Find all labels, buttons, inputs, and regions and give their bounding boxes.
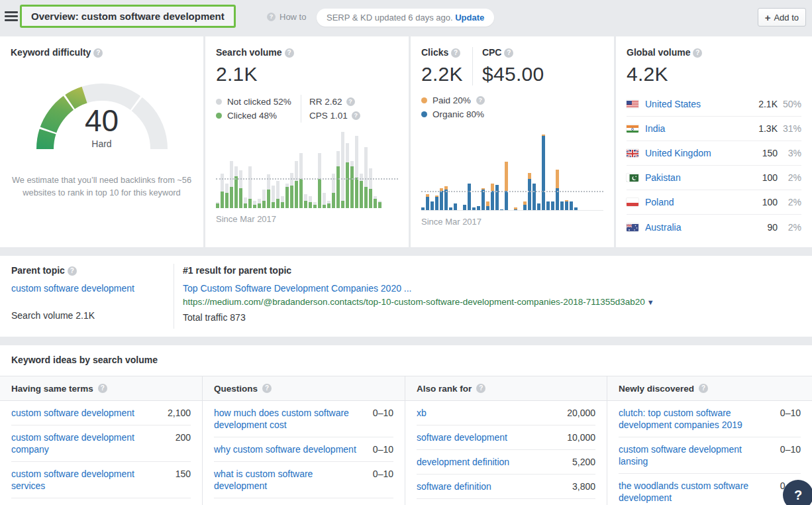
country-row[interactable]: United Kingdom 150 3% [627,141,801,166]
keyword-row: custom software development company 200 [11,425,191,462]
country-row[interactable]: Pakistan 100 2% [627,166,801,190]
chart-bar [327,201,330,209]
country-link[interactable]: India [645,123,748,134]
help-icon[interactable]: ? [68,266,77,276]
parent-topic-keyword-link[interactable]: custom software development [11,283,134,294]
help-icon[interactable]: ? [451,48,460,58]
keyword-link[interactable]: xb [417,407,567,419]
help-icon[interactable]: ? [699,384,708,393]
top-result-title-link[interactable]: Top Custom Software Development Companie… [183,283,412,294]
help-icon[interactable]: ? [98,384,107,393]
chart-bar [313,202,317,208]
chart-bar [295,161,298,208]
flag-gb-icon [627,149,638,157]
chart-bar [551,201,554,211]
chart-baseline [421,210,603,211]
chart-bar [565,200,568,211]
column-header: Also rank for ? [405,376,607,401]
help-icon[interactable]: ? [476,96,485,105]
country-link[interactable]: United States [645,99,748,109]
keyword-link[interactable]: clutch: top custom software development … [619,407,780,431]
chart-bar [431,201,434,211]
keyword-link[interactable]: custom software development company [11,431,176,455]
help-icon[interactable]: ? [476,384,485,393]
keyword-link[interactable]: software definition [417,480,572,492]
add-to-button[interactable]: + Add to [758,8,806,27]
help-icon[interactable]: ? [285,48,294,58]
flag-in-icon [627,125,638,133]
country-link[interactable]: Australia [645,222,748,233]
chart-caption: Since Mar 2017 [216,214,398,224]
keyword-row: software development 10,000 [417,425,595,450]
country-link[interactable]: United Kingdom [645,148,748,158]
chart-bar [570,201,573,211]
country-row[interactable]: India 1.3K 31% [627,117,801,141]
difficulty-description: We estimate that you’ll need backlinks f… [12,174,192,199]
help-icon[interactable]: ? [346,97,355,106]
chevron-down-icon[interactable]: ▼ [647,298,654,306]
chart-bar [299,153,303,208]
keyword-link[interactable]: custom software development [11,407,168,419]
help-button[interactable]: ? [783,480,812,505]
keyword-link[interactable]: custom software development services [11,468,176,492]
keyword-link[interactable]: development definition [417,456,572,468]
country-link[interactable]: Poland [645,197,748,207]
country-row[interactable]: United States 2.1K 50% [627,92,801,117]
chart-bar [486,201,489,211]
keyword-row: development definition 5,200 [417,450,595,475]
not-clicked-dot-icon [216,99,222,105]
chart-bar [276,181,279,208]
chart-bar [491,184,494,211]
keyword-row: xb 20,000 [417,401,595,425]
page-title: Overview: custom software development [20,5,236,28]
keyword-row: the woodlands custom software developmen… [619,474,801,505]
chart-bar [533,184,536,211]
difficulty-gauge: 40 Hard [29,75,175,156]
parent-topic-title: Parent topic [11,265,65,276]
how-to-link[interactable]: ? How to [267,12,306,22]
hamburger-menu-icon[interactable] [5,11,18,22]
chart-bar [285,184,289,208]
country-row[interactable]: Australia 90 2% [627,215,801,239]
flag-pl-icon [627,198,638,206]
chart-bar [426,194,429,211]
keyword-link[interactable]: why custom software development [214,443,373,455]
chart-caption: Since Mar 2017 [421,217,603,227]
keyword-link[interactable]: how much does custom software developmen… [214,407,373,431]
keyword-volume: 0–10 [373,407,393,419]
chart-bar [234,166,238,208]
keyword-volume: 0–10 [373,443,393,455]
chart-bar [505,162,508,211]
country-link[interactable]: Pakistan [645,172,748,183]
parent-topic-search-volume: Search volume 2.1K [11,310,164,321]
global-volume-value: 4.2K [627,63,801,85]
keyword-row: clutch: top custom software development … [619,401,801,437]
flag-au-icon [627,223,638,231]
update-button[interactable]: Update [455,13,484,23]
keyword-link[interactable]: the woodlands custom software developmen… [619,480,780,504]
clicks-chart [421,135,603,211]
legend-not-clicked: Not clicked 52% [216,95,301,109]
help-icon[interactable]: ? [93,48,103,58]
column-also-rank-for: Also rank for ? xb 20,000 software devel… [405,376,607,505]
column-header: Having same terms ? [0,376,202,401]
help-icon[interactable]: ? [352,111,360,120]
help-icon: ? [267,13,276,21]
column-having-same-terms: Having same terms ? custom software deve… [0,376,202,505]
chart-bar [523,201,527,211]
help-button-label: ? [794,488,802,503]
help-icon[interactable]: ? [262,384,272,393]
divider [472,47,473,85]
country-row[interactable]: Poland 100 2% [627,190,801,215]
keyword-link[interactable]: custom software development lansing [619,443,780,467]
ahrefs-keyword-overview-page: Overview: custom software development ? … [0,0,812,505]
help-icon[interactable]: ? [504,48,513,58]
chart-bar [281,196,284,208]
keyword-link[interactable]: software development [417,431,567,443]
keyword-link[interactable]: what is custom software development [214,468,373,492]
average-dotted-line [421,191,603,192]
help-icon[interactable]: ? [693,48,702,58]
parent-topic-section: Parent topic ? custom software developme… [0,256,812,337]
flag-us-icon [627,100,638,108]
column-questions: Questions ? how much does custom softwar… [202,376,405,505]
